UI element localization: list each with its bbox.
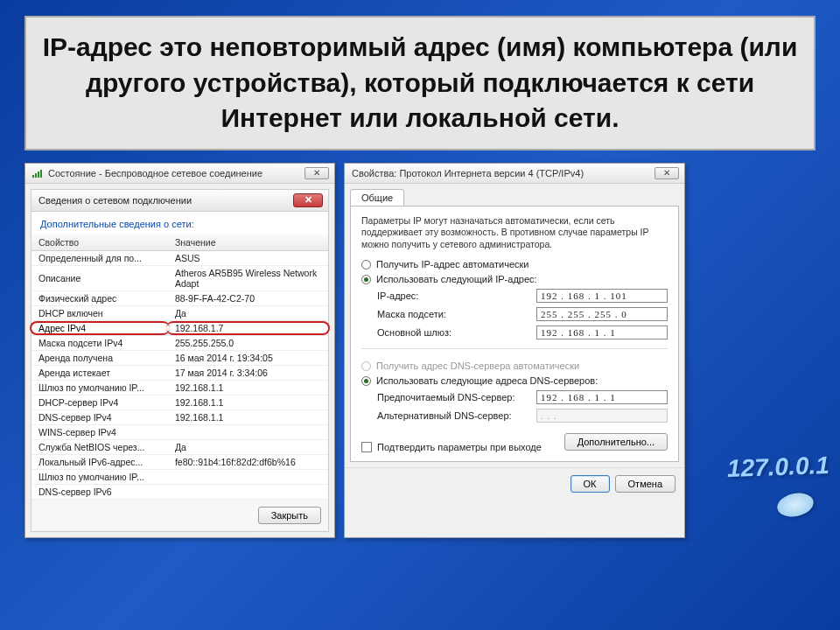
- cell-property: Аренда истекает: [32, 365, 168, 380]
- cell-property: Шлюз по умолчанию IP...: [32, 469, 168, 484]
- cell-property: DHCP включен: [32, 305, 168, 320]
- cell-property: WINS-сервер IPv4: [32, 424, 168, 439]
- table-row: DHCP-сервер IPv4192.168.1.1: [32, 395, 328, 410]
- status-window: Состояние - Беспроводное сетевое соедине…: [24, 163, 335, 538]
- table-row: DNS-сервер IPv4192.168.1.1: [32, 410, 328, 424]
- cell-property: DHCP-сервер IPv4: [32, 395, 168, 410]
- cell-property: Адрес IPv4: [32, 320, 168, 335]
- cell-value: ASUS: [168, 250, 328, 265]
- col-value: Значение: [168, 234, 328, 251]
- col-property: Свойство: [32, 234, 168, 251]
- cell-property: DNS-сервер IPv4: [32, 410, 168, 424]
- radio-icon: [361, 275, 371, 284]
- table-row: Маска подсети IPv4255.255.255.0: [32, 335, 328, 350]
- cell-value: 192.168.1.1: [168, 410, 328, 424]
- ipv4-properties-window: Свойства: Протокол Интернета версии 4 (T…: [344, 163, 685, 538]
- cell-value: 88-9F-FA-42-C2-70: [168, 290, 328, 305]
- cell-property: Маска подсети IPv4: [32, 335, 168, 350]
- close-icon[interactable]: ✕: [293, 193, 323, 207]
- table-row: Аренда получена16 мая 2014 г. 19:34:05: [32, 350, 328, 365]
- table-row: Шлюз по умолчанию IP...192.168.1.1: [32, 380, 328, 395]
- radio-icon: [361, 376, 371, 386]
- input-ip-address[interactable]: 192 . 168 . 1 . 101: [536, 289, 668, 303]
- table-row: Шлюз по умолчанию IP...: [32, 469, 328, 484]
- ok-button[interactable]: ОК: [570, 475, 610, 493]
- slide-title-box: IP-адрес это неповторимый адрес (имя) ко…: [24, 16, 816, 150]
- table-row: DNS-сервер IPv6: [32, 484, 328, 499]
- ipv4-panel: Параметры IP могут назначаться автоматич…: [350, 206, 679, 463]
- cell-value: [168, 484, 328, 499]
- cell-value: Да: [168, 305, 328, 320]
- close-icon[interactable]: ✕: [304, 167, 329, 179]
- cell-property: Определенный для по...: [32, 250, 168, 265]
- cell-value: 255.255.255.0: [168, 335, 328, 350]
- label-gateway: Основной шлюз:: [377, 327, 536, 338]
- cell-value: 192.168.1.1: [168, 395, 328, 410]
- cell-value: Да: [168, 439, 328, 454]
- cell-value: [168, 424, 328, 439]
- table-row: ОписаниеAtheros AR5B95 Wireless Network …: [32, 265, 328, 290]
- radio-ip-auto[interactable]: Получить IP-адрес автоматически: [361, 259, 668, 270]
- cell-property: Локальный IPv6-адрес...: [32, 454, 168, 469]
- table-row: Определенный для по...ASUS: [32, 250, 328, 265]
- label-ip: IP-адрес:: [377, 290, 536, 301]
- radio-icon: [361, 260, 371, 270]
- cell-property: Аренда получена: [32, 350, 168, 365]
- table-row: Аренда истекает17 мая 2014 г. 3:34:06: [32, 365, 328, 380]
- cell-property: Служба NetBIOS через...: [32, 439, 168, 454]
- radio-dns-auto: Получить адрес DNS-сервера автоматически: [361, 360, 668, 371]
- label-dns1: Предпочитаемый DNS-сервер:: [377, 392, 536, 402]
- tab-general[interactable]: Общие: [350, 189, 404, 206]
- tabbar: Общие: [345, 184, 684, 206]
- checkbox-validate[interactable]: Подтвердить параметры при выходе: [361, 442, 542, 452]
- input-dns-primary[interactable]: 192 . 168 . 1 . 1: [536, 390, 668, 404]
- table-row: WINS-сервер IPv4: [32, 424, 328, 439]
- status-window-title: Состояние - Беспроводное сетевое соедине…: [48, 168, 262, 178]
- input-dns-secondary[interactable]: . . .: [536, 409, 668, 423]
- ipv4-window-titlebar: Свойства: Протокол Интернета версии 4 (T…: [345, 164, 684, 184]
- status-window-titlebar: Состояние - Беспроводное сетевое соедине…: [25, 164, 334, 184]
- cell-value: 16 мая 2014 г. 19:34:05: [168, 350, 328, 365]
- network-details-table: Свойство Значение Определенный для по...…: [32, 234, 328, 500]
- input-gateway[interactable]: 192 . 168 . 1 . 1: [536, 326, 668, 340]
- table-row: Служба NetBIOS через...Да: [32, 439, 328, 454]
- table-row: Физический адрес88-9F-FA-42-C2-70: [32, 290, 328, 305]
- input-subnet-mask[interactable]: 255 . 255 . 255 . 0: [536, 307, 668, 321]
- table-row: DHCP включенДа: [32, 305, 328, 320]
- cell-value: 192.168.1.1: [168, 380, 328, 395]
- cell-property: DNS-сервер IPv6: [32, 484, 168, 499]
- cell-value: Atheros AR5B95 Wireless Network Adapt: [168, 265, 328, 290]
- slide-title: IP-адрес это неповторимый адрес (имя) ко…: [42, 30, 798, 136]
- cell-value: 192.168.1.7: [168, 320, 328, 335]
- cell-property: Описание: [32, 265, 168, 290]
- label-mask: Маска подсети:: [377, 309, 536, 319]
- table-row: Адрес IPv4192.168.1.7: [32, 320, 328, 335]
- details-dialog-title: Сведения о сетевом подключении: [38, 195, 192, 206]
- label-dns2: Альтернативный DNS-сервер:: [377, 410, 536, 421]
- radio-icon: [361, 361, 371, 371]
- cell-value: [168, 469, 328, 484]
- cancel-button[interactable]: Отмена: [615, 475, 676, 493]
- details-dialog-titlebar: Сведения о сетевом подключении ✕: [32, 190, 328, 212]
- cell-value: 17 мая 2014 г. 3:34:06: [168, 365, 328, 380]
- details-section-label: Дополнительные сведения о сети:: [32, 212, 328, 234]
- wifi-signal-icon: [32, 169, 43, 178]
- advanced-button[interactable]: Дополнительно...: [564, 433, 668, 451]
- checkbox-icon: [361, 442, 372, 452]
- radio-dns-manual[interactable]: Использовать следующие адреса DNS-сервер…: [361, 375, 668, 386]
- close-button[interactable]: Закрыть: [258, 507, 321, 524]
- cell-property: Физический адрес: [32, 290, 168, 305]
- details-dialog: Сведения о сетевом подключении ✕ Дополни…: [31, 189, 329, 532]
- radio-ip-manual[interactable]: Использовать следующий IP-адрес:: [361, 274, 668, 284]
- close-icon[interactable]: ✕: [654, 167, 679, 179]
- cell-value: fe80::91b4:16f:82d2:df6b%16: [168, 454, 328, 469]
- cell-property: Шлюз по умолчанию IP...: [32, 380, 168, 395]
- table-row: Локальный IPv6-адрес...fe80::91b4:16f:82…: [32, 454, 328, 469]
- panel-description: Параметры IP могут назначаться автоматич…: [361, 215, 668, 251]
- ipv4-window-title: Свойства: Протокол Интернета версии 4 (T…: [352, 168, 584, 178]
